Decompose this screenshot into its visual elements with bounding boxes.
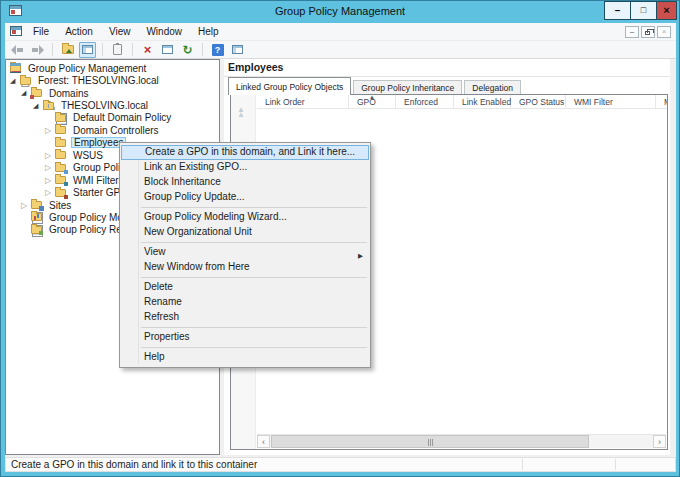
tree-item[interactable]: Domains (6, 87, 219, 99)
back-button[interactable] (9, 42, 26, 58)
content-area: Group Policy Management Forest: THESOLVI… (5, 59, 676, 457)
context-menu-item-label: Properties (144, 331, 190, 342)
minimize-button[interactable]: – (604, 1, 631, 20)
mmc-minimize-button[interactable]: – (625, 26, 639, 38)
context-menu-item[interactable]: Group Policy Update... (120, 190, 370, 205)
scroll-right-button[interactable]: › (653, 435, 666, 448)
table-column-header[interactable]: Link Enabled (454, 95, 511, 108)
context-menu-item-label: Refresh (144, 311, 179, 322)
delete-icon: × (144, 43, 152, 56)
horizontal-scrollbar[interactable]: ‹ › (257, 434, 666, 448)
tree-expander-icon[interactable] (44, 163, 55, 172)
help-button[interactable]: ? (209, 42, 226, 58)
context-menu-item-label: Create a GPO in this domain, and Link it… (145, 146, 355, 157)
folder-icon (31, 201, 42, 209)
tree-item-label: Domains (47, 88, 90, 99)
forward-button[interactable] (29, 42, 46, 58)
refresh-button[interactable]: ↻ (179, 42, 196, 58)
maximize-button[interactable]: □ (630, 1, 657, 20)
table-column-header[interactable]: Modified (656, 95, 667, 108)
tree-item-icon (55, 125, 67, 135)
tree-expander-icon[interactable] (32, 102, 43, 110)
tree-item-icon (31, 200, 43, 210)
tree-expander-icon[interactable] (44, 188, 55, 197)
tree-item-label: Group Policy Management (26, 63, 148, 74)
title-bar[interactable]: Group Policy Management – □ × (1, 1, 679, 23)
menu-bar-item[interactable]: Action (57, 23, 101, 41)
tree-item-icon (55, 175, 67, 185)
scrollbar-thumb[interactable] (271, 435, 589, 448)
console-tree-icon (82, 45, 93, 54)
show-console-tree-button[interactable] (79, 42, 96, 58)
show-action-pane-button[interactable] (229, 42, 246, 58)
folder-icon (20, 77, 31, 85)
status-bar: Create a GPO in this domain and link it … (5, 457, 676, 472)
table-column-header[interactable]: GPO Status (511, 95, 566, 108)
mmc-restore-button[interactable] (641, 26, 655, 38)
context-menu-item[interactable]: New Organizational Unit (120, 225, 370, 240)
context-menu-item[interactable]: Link an Existing GPO... (120, 160, 370, 175)
context-menu-item[interactable] (141, 242, 367, 243)
tree-item[interactable]: Domain Controllers (6, 124, 219, 136)
tree-expander-icon[interactable] (44, 176, 55, 185)
menu-bar-item[interactable]: Help (190, 23, 227, 41)
context-menu-item[interactable]: Rename (120, 295, 370, 310)
context-menu-item[interactable]: Delete (120, 280, 370, 295)
tree-item[interactable]: Forest: THESOLVING.local (6, 74, 219, 86)
tree-expander-icon[interactable] (44, 126, 55, 135)
table-column-header[interactable]: WMI Filter (566, 95, 656, 108)
tree-item[interactable]: Default Domain Policy (6, 112, 219, 124)
table-column-header[interactable]: Link Order (257, 95, 349, 108)
menu-bar-item[interactable]: File (25, 23, 57, 41)
tree-item-icon (31, 88, 43, 98)
context-menu-item[interactable] (141, 347, 367, 348)
table-column-header[interactable]: GPO (349, 95, 396, 108)
folder-icon (55, 114, 66, 122)
tree-expander-icon[interactable] (44, 151, 55, 160)
tab[interactable]: Linked Group Policy Objects (228, 77, 351, 95)
tree-expander-icon[interactable] (20, 201, 31, 210)
context-menu-item[interactable]: Help (120, 350, 370, 365)
tree-expander-icon[interactable] (9, 77, 20, 85)
context-menu-item[interactable] (141, 207, 367, 208)
tab[interactable]: Delegation (464, 80, 521, 95)
table-header-row: Link Order GPO Enforced Link Enabled GPO… (257, 95, 667, 109)
menu-bar-item[interactable]: Window (138, 23, 190, 41)
menu-bar-item[interactable]: View (101, 23, 139, 41)
context-menu-item[interactable]: View (120, 245, 370, 260)
properties-button[interactable] (159, 42, 176, 58)
scroll-left-button[interactable]: ‹ (257, 435, 270, 448)
export-list-button[interactable] (109, 42, 126, 58)
context-menu-item[interactable] (141, 327, 367, 328)
tree-item-label: WSUS (71, 150, 105, 161)
toolbar: × ↻ ? (5, 41, 676, 59)
context-menu-item-label: Delete (144, 281, 173, 292)
folder-icon (10, 64, 21, 72)
context-menu: Create a GPO in this domain, and Link it… (119, 142, 371, 368)
context-menu-item[interactable]: Group Policy Modeling Wizard... (120, 210, 370, 225)
context-menu-item[interactable]: Refresh (120, 310, 370, 325)
action-pane-icon (232, 45, 243, 54)
tree-item[interactable]: Group Policy Management (6, 62, 219, 74)
tab-strip: Linked Group Policy Objects Group Policy… (228, 77, 523, 95)
up-one-level-button[interactable] (59, 42, 76, 58)
table-column-header[interactable]: Enforced (396, 95, 454, 108)
context-menu-item[interactable] (141, 277, 367, 278)
context-menu-item[interactable]: Properties (120, 330, 370, 345)
context-menu-item[interactable]: New Window from Here (120, 260, 370, 275)
close-button[interactable]: × (656, 1, 677, 20)
tree-item-label: WMI Filters (71, 175, 126, 186)
tree-item[interactable]: THESOLVING.local (6, 99, 219, 111)
context-menu-item[interactable]: Create a GPO in this domain, and Link it… (121, 145, 369, 160)
menu-bar: File Action View Window Help – × (5, 23, 676, 41)
move-link-to-top-button[interactable]: ▲▲ (237, 107, 245, 117)
context-menu-item[interactable]: Block Inheritance (120, 175, 370, 190)
tab[interactable]: Group Policy Inheritance (353, 80, 462, 95)
toolbar-separator (102, 43, 103, 56)
folder-icon (55, 151, 66, 159)
tree-item-label: Domain Controllers (71, 125, 161, 136)
console-icon (10, 26, 22, 36)
delete-button[interactable]: × (139, 42, 156, 58)
folder-icon (55, 139, 66, 147)
mmc-close-button[interactable]: × (657, 26, 671, 38)
